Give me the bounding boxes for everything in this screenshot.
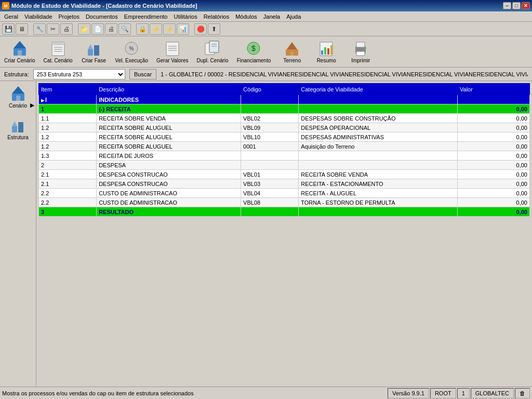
tb-btn-15[interactable]: ⬆ [208,23,220,35]
table-cell: 0,00 [458,170,530,179]
menu-relatorios[interactable]: Relatórios [201,12,233,21]
tool-terreno[interactable]: Terreno [279,40,305,63]
table-cell: DESPESA CONSTRUCAO [97,170,241,179]
table-cell: 0,00 [458,123,530,132]
table-cell: INDICADORES [97,95,241,104]
svg-rect-30 [330,45,332,55]
tb-btn-13[interactable]: 📊 [177,23,189,35]
svg-text:$: $ [252,44,256,52]
table-cell: 1.1 [39,114,97,123]
criar-cenario-label: Criar Cenário [4,58,35,63]
close-button[interactable]: ✕ [522,2,530,9]
table-row[interactable]: 1.2RECEITA SOBRE ALUGUEL0001Aquisição do… [39,142,530,151]
svg-rect-33 [356,51,365,56]
structure-bar: Estrutura: 253 Estrutura 253 Buscar 1 - … [0,68,532,81]
tb-btn-9[interactable]: 🔍 [118,23,131,35]
tb-btn-6[interactable]: 📁 [78,23,90,35]
menu-geral[interactable]: Geral [1,12,21,21]
table-cell: 2 [39,161,97,170]
menu-documentos[interactable]: Documentos [83,12,121,21]
estrutura-select[interactable]: 253 Estrutura 253 [33,69,125,79]
table-cell: 0,00 [458,179,530,189]
tool-cat-cenario[interactable]: Cat. Cenário [43,40,72,63]
vel-execucao-icon: % [123,40,140,57]
sidebar-item-cenario[interactable]: Cenário [3,83,34,111]
content-area: Item Descrição Código Categoria de Viabi… [36,81,532,387]
status-num: 1 [457,388,470,398]
tb-btn-14[interactable]: 🛑 [194,23,207,35]
tb-btn-4[interactable]: ✂ [47,23,59,35]
restore-button[interactable]: □ [512,2,521,9]
table-row[interactable]: 2.2CUSTO DE ADMINISTRACAOVBL08TORNA - ES… [39,198,530,207]
cat-cenario-label: Cat. Cenário [43,58,72,63]
table-header: Item Descrição Código Categoria de Viabi… [39,84,530,95]
tool-dupl-cenario[interactable]: Dupl. Cenário [197,40,229,63]
table-cell [299,95,458,104]
resumo-icon [318,40,335,57]
status-right: Versão 9.9.1 ROOT 1 GLOBALTEC 🗑 [388,388,530,398]
minimize-button[interactable]: – [503,2,511,9]
svg-rect-25 [290,51,294,56]
table-row[interactable]: 2.1DESPESA CONSTRUCAOVBL03RECEITA - ESTA… [39,179,530,189]
tb-btn-7[interactable]: 📄 [91,23,104,35]
menu-utilitarios[interactable]: Utilitários [170,12,200,21]
table-row[interactable]: 1.2RECEITA SOBRE ALUGUELVBL10DESPESAS AD… [39,132,530,142]
menu-ajuda[interactable]: Ajuda [283,12,304,21]
table-cell: (-) RECEITA [97,104,241,114]
status-bar: Mostra os processos e/ou vendas do cap o… [0,387,532,399]
table-row[interactable]: 2DESPESA0,00 [39,161,530,170]
table-row[interactable]: 2.1DESPESA CONSTRUCAOVBL01RECEITA SOBRE … [39,170,530,179]
tool-gerar-valores[interactable]: Gerar Valores [156,40,189,63]
tool-criar-cenario[interactable]: Criar Cenário [4,40,35,63]
col-header-desc: Descrição [97,84,241,95]
menu-viabilidade[interactable]: Viabilidade [21,12,56,21]
tb-btn-8[interactable]: 🖨 [105,23,117,35]
table-row[interactable]: 1.3RECEITA DE JUROS0,00 [39,151,530,161]
table-row[interactable]: 1(-) RECEITA0,00 [39,104,530,114]
table-cell: 3 [39,207,97,217]
table-cell [241,104,299,114]
tb-btn-12[interactable]: ⚡ [163,23,176,35]
tb-btn-5[interactable]: 🖨 [60,23,73,35]
table-cell: 0,00 [458,198,530,207]
estrutura-label: Estrutura: [4,71,29,77]
table-cell: 2.1 [39,179,97,189]
sidebar-item-estrutura[interactable]: Estrutura [3,115,34,142]
tool-vel-execucao[interactable]: % Vel. Execução [115,40,148,63]
tb-btn-10[interactable]: 🔒 [136,23,149,35]
table-cell: 1.2 [39,123,97,132]
tb-btn-1[interactable]: 💾 [2,23,15,35]
table-cell: 2.1 [39,170,97,179]
menu-empreendimento[interactable]: Empreendimento [121,12,171,21]
menu-projetos[interactable]: Projetos [56,12,83,21]
tool-financiamento[interactable]: $ Financiamento [237,40,271,63]
table-row[interactable]: 2.2CUSTO DE ADMINISTRACAOVBL04RECEITA - … [39,189,530,198]
table-cell [241,207,299,217]
table-row[interactable]: 1.1RECEITA SOBRE VENDAVBL02DESPESAS SOBR… [39,114,530,123]
table-row[interactable]: 1.2RECEITA SOBRE ALUGUELVBL09DESPESA OPE… [39,123,530,132]
table-cell: VBL09 [241,123,299,132]
tb-btn-11[interactable]: ⚡ [150,23,162,35]
estrutura-label: Estrutura [7,135,29,140]
svg-rect-38 [12,126,17,132]
tool-criar-fase[interactable]: Criar Fase [81,40,107,63]
tb-btn-3[interactable]: 🔧 [33,23,46,35]
table-cell: TORNA - ESTORNO DE PERMULTA [299,198,458,207]
cenario-icon [10,85,26,102]
tool-resumo[interactable]: Resumo [313,40,339,63]
table-cell: 0,00 [458,161,530,170]
table-row[interactable]: ▶IINDICADORES [39,95,530,104]
menu-modulos[interactable]: Módulos [232,12,260,21]
svg-rect-39 [18,122,23,132]
table-body: ▶IINDICADORES1(-) RECEITA0,001.1RECEITA … [39,95,530,217]
table-row[interactable]: 3RESULTADO0,00 [39,207,530,217]
menu-janela[interactable]: Janela [260,12,283,21]
status-trash-icon[interactable]: 🗑 [515,388,530,398]
table-cell [458,95,530,104]
cat-cenario-icon [50,40,66,57]
table-cell: 0,00 [458,104,530,114]
buscar-button[interactable]: Buscar [129,69,156,79]
tool-imprimir[interactable]: Imprimir [348,40,374,63]
tb-btn-2[interactable]: 🖥 [16,23,28,35]
table-cell: DESPESA OPERACIONAL [299,123,458,132]
